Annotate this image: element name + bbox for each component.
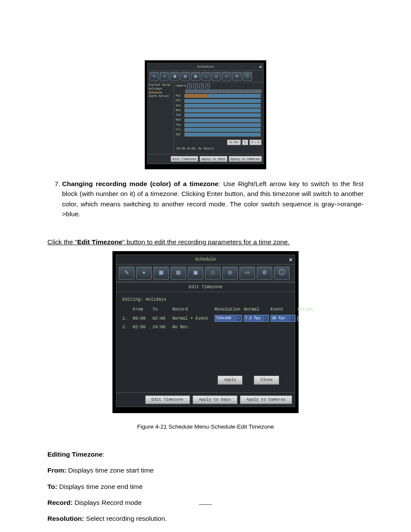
camera-button-2[interactable]: 2 (193, 84, 198, 88)
legend-ne[interactable]: N + E (249, 140, 262, 145)
camera-button-1[interactable]: 1 (187, 84, 192, 88)
day-bar[interactable] (184, 94, 261, 98)
toolbar-icon-10[interactable]: ⓘ (243, 72, 252, 81)
toolbar-icon-5[interactable]: ▣ (188, 267, 203, 280)
sidebar-item[interactable]: Express Setup (149, 84, 173, 87)
record-value: Normal + Event (172, 315, 213, 322)
resolution-text: Select recording resolution. (84, 515, 167, 522)
apply-to-cameras-button[interactable]: Apply to Cameras (240, 395, 292, 404)
click-line: Click the "Edit Timezone" button to edit… (47, 237, 364, 247)
schedule-screenshot: Schedule × ✎ ✦ ▦ ▤ ▣ ⌂ ◎ ▭ ⚙ ⓘ (145, 60, 266, 169)
day-label: Wed (176, 118, 184, 122)
button-bar: Edit Timezone Apply to Days Apply to Cam… (148, 154, 263, 164)
edit-timezone-screenshot: Schedule × ✎ ✦ ▦ ▤ ▣ ⌂ ◎ ▭ ⚙ ⓘ Edit Time… (112, 251, 299, 413)
day-label: Sun (176, 104, 184, 108)
hours-ruler (185, 90, 262, 93)
numbered-list: Changing recording mode (color) of a tim… (47, 179, 364, 219)
day-label: Mon (176, 109, 184, 113)
resolution-select[interactable]: 720x480▾ (215, 315, 242, 322)
sidebar-item[interactable]: Holidays (149, 87, 173, 91)
col-event: Event (271, 306, 296, 313)
toolbar-icon-1[interactable]: ✎ (119, 267, 134, 280)
toolbar-icon-3[interactable]: ▦ (170, 72, 180, 81)
col-normal: Normal (244, 306, 269, 313)
from-text: Displays time zone start time (66, 467, 153, 474)
timezone-row-2: 2. 02:00 24:00 No Rec. (122, 324, 289, 330)
day-label: Fri (176, 128, 184, 132)
timezone-row-1: 1. 00:00 02:00 Normal + Event 720x480▾ 7… (122, 315, 289, 322)
close-button[interactable]: Close (254, 376, 279, 384)
legend-e[interactable]: E (242, 140, 248, 145)
day-label: Hol (176, 94, 184, 98)
window-title: Schedule (195, 257, 216, 262)
camera-row: Camera 1 2 3 4 (176, 84, 262, 88)
camera-button-4[interactable]: 4 (205, 84, 210, 88)
legend-norec[interactable]: No Rec (227, 140, 241, 145)
resolution-label: Resolution: (47, 515, 84, 522)
edit-timezone-button[interactable]: Edit Timezone (171, 156, 199, 162)
chevron-down-icon: ▾ (264, 316, 268, 321)
toolbar-icon-9[interactable]: ⚙ (257, 267, 272, 280)
status-text: 06:00-24:00, No Record. (177, 147, 262, 151)
toolbar-icon-6[interactable]: ⌂ (205, 267, 221, 280)
window-title-bar: Schedule × (148, 63, 263, 71)
col-record: Record (172, 306, 213, 313)
chevron-down-icon: ▾ (291, 316, 294, 321)
record-value: No Rec. (172, 324, 213, 330)
toolbar-icon-7[interactable]: ◎ (212, 72, 221, 81)
edit-timezone-button[interactable]: Edit Timezone (145, 395, 190, 404)
day-bar[interactable] (184, 99, 261, 103)
toolbar: ✎ ✦ ▦ ▤ ▣ ⌂ ◎ ▭ ⚙ ⓘ (148, 71, 263, 82)
toolbar-icon-2[interactable]: ✦ (136, 267, 152, 280)
col-action: Action (297, 306, 315, 313)
from-value: 00:00 (133, 315, 151, 322)
apply-button[interactable]: Apply (218, 376, 243, 384)
day-label: Thu (176, 123, 184, 128)
toolbar-icon-3[interactable]: ▦ (153, 267, 169, 280)
camera-button-3[interactable]: 3 (199, 84, 204, 88)
toolbar-icon-8[interactable]: ▭ (222, 72, 231, 81)
col-resolution: Resolution (215, 306, 242, 313)
close-icon[interactable]: × (289, 256, 293, 265)
col-from: From (133, 306, 151, 313)
to-label: To: (47, 483, 57, 490)
normal-fps-select[interactable]: 7.5 fps▾ (244, 315, 269, 322)
toolbar-icon-10[interactable]: ⓘ (274, 267, 290, 280)
page-number (199, 504, 212, 506)
apply-to-cameras-button[interactable]: Apply to Cameras (229, 156, 262, 162)
toolbar-icon-8[interactable]: ▭ (240, 267, 255, 280)
figure-caption: Figure 4-21 Schedule Menu-Schedule-Edit … (47, 423, 364, 431)
row-number: 2. (122, 324, 131, 330)
record-text: Displays Record mode (73, 499, 142, 506)
day-bar[interactable] (184, 109, 261, 112)
day-label: Tue (176, 113, 184, 118)
close-icon[interactable]: × (259, 64, 262, 71)
toolbar-icon-1[interactable]: ✎ (149, 72, 159, 81)
event-fps-select[interactable]: 30 fps▾ (271, 315, 296, 322)
toolbar-icon-5[interactable]: ▣ (191, 72, 200, 81)
defs-heading: Editing Timezone (47, 451, 103, 458)
day-bar[interactable] (184, 104, 261, 108)
apply-to-days-button[interactable]: Apply to Days (199, 156, 227, 162)
toolbar-icon-4[interactable]: ▤ (171, 267, 186, 280)
toolbar-icon-7[interactable]: ◎ (222, 267, 238, 280)
from-value: 02:00 (133, 324, 151, 330)
toolbar-icon-2[interactable]: ✦ (160, 72, 169, 81)
toolbar-icon-4[interactable]: ▤ (181, 72, 190, 81)
window-title-bar: Schedule × (116, 255, 295, 264)
apply-to-days-button[interactable]: Apply to Days (193, 395, 237, 404)
day-bar[interactable] (184, 118, 261, 122)
subtitle: Edit Timezone (116, 282, 295, 292)
action-checkbox[interactable] (297, 316, 298, 321)
day-bar[interactable] (184, 128, 261, 132)
day-bar[interactable] (184, 133, 261, 137)
day-bar[interactable] (184, 123, 261, 127)
toolbar-icon-6[interactable]: ⌂ (201, 72, 211, 81)
chevron-down-icon: ▾ (237, 316, 241, 321)
sidebar-item[interactable]: Alarm Action (149, 95, 173, 99)
toolbar-icon-9[interactable]: ⚙ (232, 72, 242, 81)
sidebar-item-selected[interactable]: Schedule (149, 91, 173, 95)
col-to: To (153, 306, 171, 313)
day-bar[interactable] (184, 113, 261, 117)
sidebar: Express Setup Holidays Schedule Alarm Ac… (148, 82, 174, 154)
